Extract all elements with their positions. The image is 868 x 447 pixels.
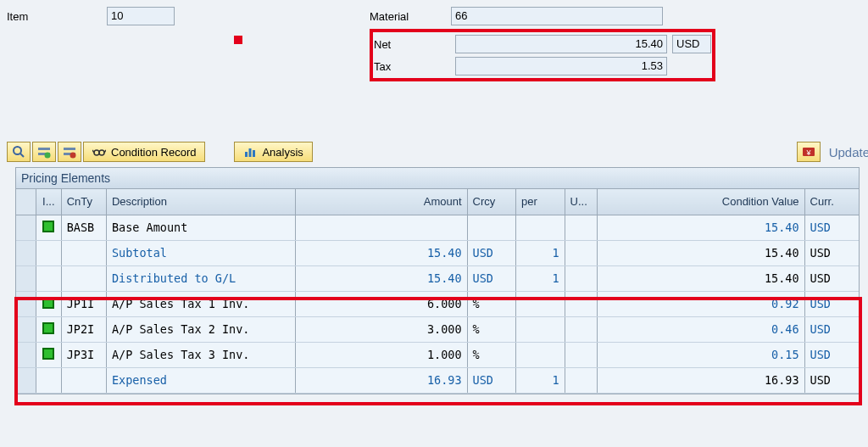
analysis-label: Analysis [262,146,303,159]
table-row[interactable]: Distributed to G/L15.40USD115.40USD [16,265,859,291]
uom-cell [565,215,597,240]
curr-cell: USD [804,265,859,291]
delete-row-button[interactable] [58,142,81,162]
col-crcy[interactable]: Crcy [467,189,515,215]
cnty-cell: BASB [61,215,106,240]
row-selector[interactable] [16,367,36,393]
row-add-icon [37,145,51,159]
description-cell[interactable]: Expensed [106,367,295,393]
row-selector[interactable] [16,265,36,291]
analysis-button[interactable]: Analysis [234,142,312,162]
condition-value-cell[interactable]: 0.15 [597,342,804,367]
row-selector[interactable] [16,291,36,316]
crcy-cell: USD [467,367,515,393]
row-selector[interactable] [16,342,36,367]
col-cval[interactable]: Condition Value [597,189,804,215]
col-curr[interactable]: Curr. [804,189,859,215]
description-cell: Base Amount [106,215,295,240]
col-inactive[interactable]: I... [36,189,61,215]
tax-label: Tax [374,60,450,73]
svg-rect-5 [64,148,75,150]
svg-point-7 [70,153,76,159]
col-per[interactable]: per [516,189,565,215]
net-currency-field[interactable]: USD [672,35,711,53]
col-uom[interactable]: U... [565,189,597,215]
table-row[interactable]: JP1IA/P Sales Tax 1 Inv.6.000%0.92USD [16,291,859,316]
col-desc[interactable]: Description [106,189,295,215]
material-field[interactable]: 66 [451,7,663,25]
table-row[interactable]: Subtotal15.40USD115.40USD [16,240,859,265]
tax-field[interactable]: 1.53 [455,57,667,75]
net-tax-highlight: Net 15.40 USD Tax 1.53 [370,29,715,81]
curr-cell: USD [804,342,859,367]
per-cell[interactable] [516,215,565,240]
per-cell[interactable]: 1 [516,367,565,393]
cnty-cell [61,367,106,393]
condition-record-button[interactable]: Condition Record [83,142,205,162]
condition-value-cell[interactable]: 16.93 [597,367,804,393]
condition-value-cell[interactable]: 0.46 [597,316,804,342]
insert-row-button[interactable] [32,142,56,162]
per-cell[interactable]: 1 [516,240,565,265]
item-field[interactable]: 10 [107,7,175,25]
per-cell[interactable] [516,291,565,316]
amount-cell[interactable]: 6.000 [296,291,467,316]
status-cell [36,240,61,265]
condition-value-cell[interactable]: 15.40 [597,265,804,291]
cnty-cell: JP3I [61,342,106,367]
per-cell[interactable] [516,316,565,342]
per-cell[interactable]: 1 [516,265,565,291]
uom-cell [565,265,597,291]
table-row[interactable]: Expensed16.93USD116.93USD [16,367,859,393]
update-label[interactable]: Update [829,145,868,159]
toolbar: Condition Record Analysis ¥ Update [7,140,868,164]
condition-value-cell[interactable]: 15.40 [597,215,804,240]
per-cell[interactable] [516,342,565,367]
amount-cell[interactable] [296,215,467,240]
svg-point-9 [99,150,104,155]
row-delete-icon [63,145,76,159]
condition-value-cell[interactable]: 0.92 [597,291,804,316]
status-cell [36,265,61,291]
condition-value-cell[interactable]: 15.40 [597,240,804,265]
crcy-cell: USD [467,265,515,291]
condition-record-label: Condition Record [111,146,196,159]
description-cell: A/P Sales Tax 3 Inv. [106,342,295,367]
row-selector[interactable] [16,215,36,240]
amount-cell[interactable]: 15.40 [296,240,467,265]
svg-point-8 [94,150,99,155]
status-green-icon [42,297,54,309]
row-selector[interactable] [16,316,36,342]
annotation-marker [234,36,242,44]
col-amount[interactable]: Amount [296,189,467,215]
amount-cell[interactable]: 15.40 [296,265,467,291]
curr-cell: USD [804,215,859,240]
currency-convert-button[interactable]: ¥ [797,142,821,162]
row-selector[interactable] [16,240,36,265]
table-row[interactable]: JP2IA/P Sales Tax 2 Inv.3.000%0.46USD [16,316,859,342]
status-cell [36,215,61,240]
table-row[interactable]: BASBBase Amount15.40USD [16,215,859,240]
amount-cell[interactable]: 1.000 [296,342,467,367]
status-green-icon [42,221,54,232]
description-cell[interactable]: Distributed to G/L [106,265,295,291]
status-cell [36,367,61,393]
curr-cell: USD [804,240,859,265]
description-cell: A/P Sales Tax 2 Inv. [106,316,295,342]
status-green-icon [42,322,54,334]
uom-cell [565,342,597,367]
svg-text:¥: ¥ [805,148,811,157]
crcy-cell: % [467,316,515,342]
cnty-cell: JP2I [61,316,106,342]
uom-cell [565,367,597,393]
amount-cell[interactable]: 16.93 [296,367,467,393]
svg-rect-11 [249,148,252,157]
col-cnty[interactable]: CnTy [61,189,106,215]
amount-cell[interactable]: 3.000 [296,316,467,342]
status-cell [36,291,61,316]
table-row[interactable]: JP3IA/P Sales Tax 3 Inv.1.000%0.15USD [16,342,859,367]
description-cell[interactable]: Subtotal [106,240,295,265]
net-field[interactable]: 15.40 [455,35,667,53]
pricing-elements-grid: Pricing Elements I... CnTy Description A… [15,167,860,394]
detail-button[interactable] [7,142,31,162]
